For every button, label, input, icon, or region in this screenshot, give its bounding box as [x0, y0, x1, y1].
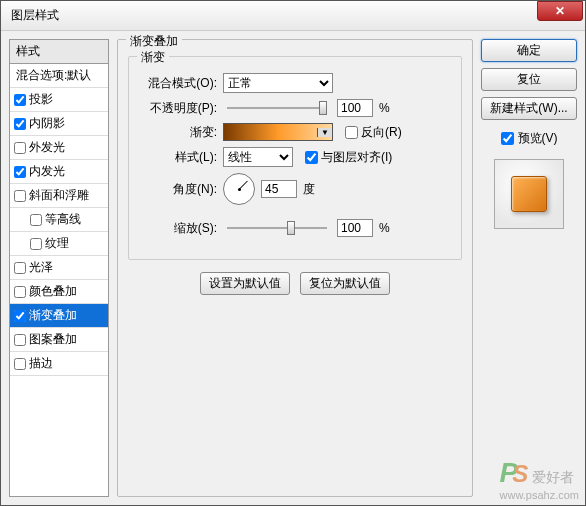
- slider-thumb[interactable]: [287, 221, 295, 235]
- scale-label: 缩放(S):: [141, 220, 217, 237]
- percent-label: %: [379, 221, 390, 235]
- sidebar-item-7[interactable]: 光泽: [10, 256, 108, 280]
- percent-label: %: [379, 101, 390, 115]
- sidebar-checkbox[interactable]: [14, 310, 26, 322]
- align-checkbox-label[interactable]: 与图层对齐(I): [305, 149, 392, 166]
- sidebar-item-3[interactable]: 内发光: [10, 160, 108, 184]
- sidebar-header: 样式: [10, 40, 108, 64]
- reset-default-button[interactable]: 复位为默认值: [300, 272, 390, 295]
- sidebar-item-label: 颜色叠加: [29, 283, 77, 300]
- opacity-input[interactable]: [337, 99, 373, 117]
- sidebar-item-label: 内阴影: [29, 115, 65, 132]
- watermark-text: 爱好者: [532, 469, 574, 485]
- panel-title: 渐变叠加: [126, 33, 182, 50]
- slider-thumb[interactable]: [319, 101, 327, 115]
- watermark-s: S: [512, 460, 528, 487]
- sidebar-item-5[interactable]: 等高线: [10, 208, 108, 232]
- settings-panel: 渐变叠加 渐变 混合模式(O): 正常 不透明度(P): % 渐变:: [117, 39, 473, 497]
- sidebar-item-label: 图案叠加: [29, 331, 77, 348]
- sidebar-item-9[interactable]: 渐变叠加: [10, 304, 108, 328]
- sidebar-item-label: 内发光: [29, 163, 65, 180]
- sidebar-item-10[interactable]: 图案叠加: [10, 328, 108, 352]
- sidebar-checkbox[interactable]: [14, 94, 26, 106]
- sidebar-item-label: 光泽: [29, 259, 53, 276]
- window-title: 图层样式: [11, 7, 537, 24]
- watermark: PS 爱好者 www.psahz.com: [500, 457, 579, 501]
- sidebar-checkbox[interactable]: [14, 286, 26, 298]
- angle-hand-icon: [239, 181, 248, 190]
- blend-mode-label: 混合模式(O):: [141, 75, 217, 92]
- sidebar-item-6[interactable]: 纹理: [10, 232, 108, 256]
- align-checkbox[interactable]: [305, 151, 318, 164]
- gradient-picker[interactable]: [223, 123, 333, 141]
- sidebar-item-8[interactable]: 颜色叠加: [10, 280, 108, 304]
- titlebar[interactable]: 图层样式 ✕: [1, 1, 585, 31]
- row-angle: 角度(N): 度: [141, 173, 449, 205]
- layer-style-dialog: 图层样式 ✕ 样式 混合选项:默认 投影内阴影外发光内发光斜面和浮雕等高线纹理光…: [0, 0, 586, 506]
- row-opacity: 不透明度(P): %: [141, 99, 449, 117]
- row-gradient: 渐变: 反向(R): [141, 123, 449, 141]
- close-icon: ✕: [555, 4, 565, 18]
- sidebar-blend-options[interactable]: 混合选项:默认: [10, 64, 108, 88]
- close-button[interactable]: ✕: [537, 1, 583, 21]
- sidebar-item-label: 外发光: [29, 139, 65, 156]
- sidebar-checkbox[interactable]: [30, 214, 42, 226]
- scale-input[interactable]: [337, 219, 373, 237]
- watermark-url: www.psahz.com: [500, 489, 579, 501]
- preview-checkbox[interactable]: [501, 132, 514, 145]
- reverse-checkbox-label[interactable]: 反向(R): [345, 124, 402, 141]
- preview-swatch: [511, 176, 547, 212]
- sidebar-item-1[interactable]: 内阴影: [10, 112, 108, 136]
- opacity-label: 不透明度(P):: [141, 100, 217, 117]
- sidebar-checkbox[interactable]: [14, 334, 26, 346]
- angle-label: 角度(N):: [141, 181, 217, 198]
- sidebar-checkbox[interactable]: [14, 262, 26, 274]
- sidebar-checkbox[interactable]: [14, 190, 26, 202]
- new-style-button[interactable]: 新建样式(W)...: [481, 97, 577, 120]
- row-blend-mode: 混合模式(O): 正常: [141, 73, 449, 93]
- sidebar-item-0[interactable]: 投影: [10, 88, 108, 112]
- sidebar-checkbox[interactable]: [14, 358, 26, 370]
- sidebar-item-label: 纹理: [45, 235, 69, 252]
- right-column: 确定 复位 新建样式(W)... 预览(V): [481, 39, 577, 497]
- sidebar-item-2[interactable]: 外发光: [10, 136, 108, 160]
- main-area: 渐变叠加 渐变 混合模式(O): 正常 不透明度(P): % 渐变:: [117, 39, 577, 497]
- sidebar-item-label: 斜面和浮雕: [29, 187, 89, 204]
- preview-checkbox-label[interactable]: 预览(V): [481, 130, 577, 147]
- preview-box: [494, 159, 564, 229]
- degree-label: 度: [303, 181, 315, 198]
- cancel-button[interactable]: 复位: [481, 68, 577, 91]
- gradient-label: 渐变:: [141, 124, 217, 141]
- default-buttons-row: 设置为默认值 复位为默认值: [128, 272, 462, 295]
- make-default-button[interactable]: 设置为默认值: [200, 272, 290, 295]
- style-select[interactable]: 线性: [223, 147, 293, 167]
- sidebar-item-label: 渐变叠加: [29, 307, 77, 324]
- opacity-slider[interactable]: [227, 107, 327, 109]
- style-label: 样式(L):: [141, 149, 217, 166]
- sidebar-item-4[interactable]: 斜面和浮雕: [10, 184, 108, 208]
- sidebar-checkbox[interactable]: [14, 166, 26, 178]
- sidebar-checkbox[interactable]: [14, 118, 26, 130]
- ok-button[interactable]: 确定: [481, 39, 577, 62]
- content: 样式 混合选项:默认 投影内阴影外发光内发光斜面和浮雕等高线纹理光泽颜色叠加渐变…: [1, 31, 585, 505]
- angle-dial[interactable]: [223, 173, 255, 205]
- sidebar-checkbox[interactable]: [14, 142, 26, 154]
- reverse-checkbox[interactable]: [345, 126, 358, 139]
- row-style: 样式(L): 线性 与图层对齐(I): [141, 147, 449, 167]
- gradient-fieldset: 渐变 混合模式(O): 正常 不透明度(P): % 渐变:: [128, 56, 462, 260]
- sidebar-item-label: 等高线: [45, 211, 81, 228]
- styles-sidebar: 样式 混合选项:默认 投影内阴影外发光内发光斜面和浮雕等高线纹理光泽颜色叠加渐变…: [9, 39, 109, 497]
- sidebar-checkbox[interactable]: [30, 238, 42, 250]
- fieldset-title: 渐变: [137, 49, 169, 66]
- scale-slider[interactable]: [227, 227, 327, 229]
- blend-mode-select[interactable]: 正常: [223, 73, 333, 93]
- angle-input[interactable]: [261, 180, 297, 198]
- sidebar-item-label: 描边: [29, 355, 53, 372]
- row-scale: 缩放(S): %: [141, 219, 449, 237]
- sidebar-item-11[interactable]: 描边: [10, 352, 108, 376]
- sidebar-item-label: 投影: [29, 91, 53, 108]
